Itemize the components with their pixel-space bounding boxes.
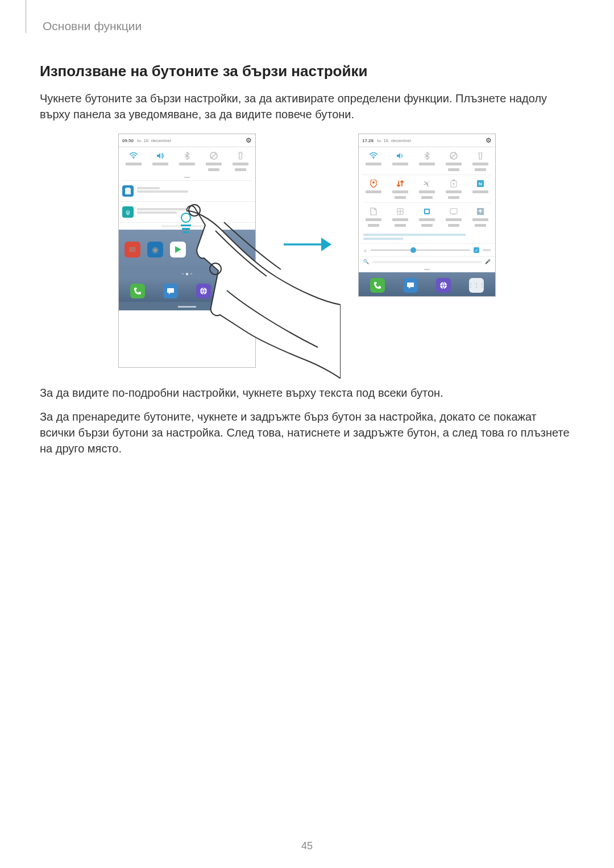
- page-number: 45: [0, 840, 614, 852]
- brightness-slider-row[interactable]: ☼ ✓: [359, 243, 495, 257]
- notification-1[interactable]: [119, 181, 255, 202]
- time-left: 09.50: [122, 138, 134, 143]
- qs-page-indicator: [184, 177, 190, 178]
- brightness-slider[interactable]: [371, 250, 470, 251]
- qs-file[interactable]: [360, 206, 387, 227]
- sound-icon: [155, 151, 165, 161]
- header-rule: [26, 0, 26, 33]
- qs-row-1: [359, 147, 495, 175]
- time-right: 17.28: [362, 138, 374, 143]
- qs-flashlight[interactable]: [467, 151, 494, 171]
- usb-icon: ψ: [122, 206, 134, 218]
- notification-text: [137, 185, 252, 197]
- paragraph-intro: Чукнете бутоните за бързи настройки, за …: [40, 90, 574, 122]
- search-placeholder: [372, 261, 482, 263]
- pager-dots: ▫ ● ▫: [119, 269, 255, 278]
- date-left: to. 16. december: [137, 138, 171, 143]
- date-right: to. 16. december: [377, 138, 411, 143]
- phone-left: 09.50 to. 16. december ⚙: [118, 134, 256, 368]
- file-icon: [368, 206, 379, 217]
- flashlight-icon: [235, 151, 246, 161]
- cast-icon: [449, 206, 459, 217]
- bluetooth-icon: [182, 151, 192, 161]
- qs-bluetooth[interactable]: [173, 151, 200, 171]
- qs-nfc[interactable]: N: [467, 178, 494, 199]
- svg-point-0: [133, 158, 134, 159]
- qs-powersave[interactable]: [441, 178, 467, 199]
- powersave-icon: [449, 178, 459, 189]
- upload-icon: [475, 206, 486, 217]
- quick-settings-row: [119, 147, 255, 175]
- search-row[interactable]: 🔍 🎤: [359, 257, 495, 267]
- svg-line-10: [451, 153, 456, 158]
- gear-icon[interactable]: ⚙: [246, 136, 252, 144]
- svg-line-2: [211, 153, 216, 158]
- svg-text:N: N: [479, 181, 483, 186]
- qs-cast[interactable]: [441, 206, 467, 227]
- svg-point-11: [372, 181, 375, 184]
- app-dock: ⋮⋮⋮: [119, 278, 255, 302]
- arrow-between: [279, 134, 335, 355]
- browser-app-icon[interactable]: [436, 278, 451, 293]
- notification-2[interactable]: ψ: [119, 202, 255, 223]
- messages-app-icon[interactable]: [163, 284, 178, 298]
- auto-brightness-check[interactable]: ✓: [474, 247, 479, 253]
- qs-wifi[interactable]: [360, 151, 387, 171]
- phone-right: 17.28 to. 16. december ⚙ N: [358, 134, 496, 297]
- qs-mobiledata[interactable]: [387, 178, 413, 199]
- svg-rect-23: [407, 283, 414, 287]
- app-dock: ⋮⋮⋮: [359, 272, 495, 296]
- home-row-blurred: ✉ ◉: [119, 230, 255, 269]
- svg-rect-21: [450, 209, 457, 214]
- apps-app-icon[interactable]: ⋮⋮⋮: [229, 284, 244, 298]
- qs-bluetooth[interactable]: [413, 151, 440, 171]
- apps-app-icon[interactable]: ⋮⋮⋮: [469, 278, 484, 293]
- wifi-icon: [368, 151, 379, 161]
- svg-rect-20: [425, 210, 429, 213]
- qs-row-3: [359, 203, 495, 230]
- qs-wifi[interactable]: [120, 151, 147, 171]
- mail-app-icon[interactable]: ✉: [125, 242, 140, 258]
- location-icon: [368, 178, 379, 189]
- svg-rect-3: [167, 288, 174, 293]
- qs-grid[interactable]: [387, 206, 413, 227]
- arrow-right-icon: [281, 233, 333, 256]
- play-app-icon[interactable]: [170, 242, 186, 258]
- phone-app-icon[interactable]: [370, 278, 385, 293]
- wifi-icon: [128, 151, 139, 161]
- qs-upload[interactable]: [467, 206, 494, 227]
- qs-flashlight[interactable]: [227, 151, 254, 171]
- qs-page-indicator: [424, 269, 430, 270]
- qs-row-2: N: [359, 175, 495, 202]
- messages-app-icon[interactable]: [403, 278, 418, 293]
- airplane-icon: [422, 178, 432, 189]
- qs-dnd[interactable]: [201, 151, 227, 171]
- phone-app-icon[interactable]: [130, 284, 145, 298]
- qs-airplane[interactable]: [413, 178, 440, 199]
- notification-footer[interactable]: [119, 223, 255, 230]
- qs-sound[interactable]: [387, 151, 413, 171]
- gear-icon[interactable]: ⚙: [486, 136, 492, 144]
- qs-sound[interactable]: [147, 151, 173, 171]
- sound-icon: [395, 151, 405, 161]
- bluetooth-icon: [422, 151, 432, 161]
- statusbar-left: 09.50 to. 16. december ⚙: [119, 134, 255, 147]
- browser-app-icon[interactable]: [196, 284, 211, 298]
- panel-hint-text: [359, 230, 495, 243]
- bottom-label: ▬▬▬▬: [119, 302, 255, 310]
- camera-app-icon[interactable]: ◉: [147, 242, 163, 258]
- qs-card[interactable]: [413, 206, 440, 227]
- svg-point-8: [373, 158, 374, 159]
- mic-icon[interactable]: 🎤: [485, 259, 491, 264]
- sim-icon: [122, 185, 134, 197]
- brightness-icon: ☼: [363, 248, 367, 253]
- flashlight-icon: [475, 151, 486, 161]
- nfc-icon: N: [475, 178, 486, 189]
- dnd-icon: [209, 151, 219, 161]
- breadcrumb: Основни функции: [43, 19, 142, 33]
- statusbar-right: 17.28 to. 16. december ⚙: [359, 134, 495, 147]
- card-icon: [422, 206, 432, 217]
- auto-label: [483, 249, 491, 251]
- qs-location[interactable]: [360, 178, 387, 199]
- qs-dnd[interactable]: [441, 151, 467, 171]
